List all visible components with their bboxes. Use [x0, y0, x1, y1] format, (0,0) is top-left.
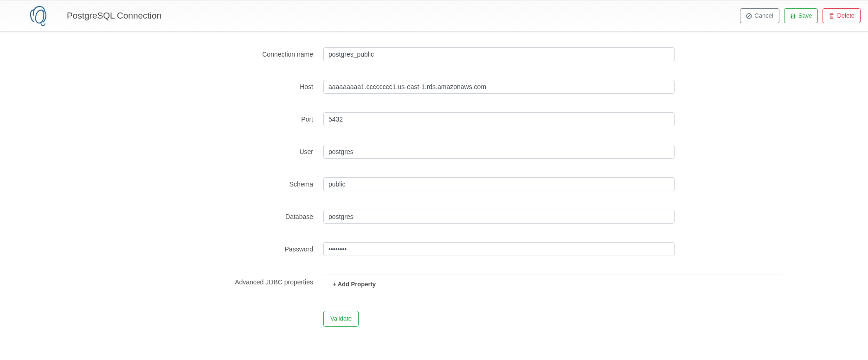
advanced-section: Advanced JDBC properties + Add Property: [85, 275, 783, 288]
save-button-label: Save: [798, 11, 812, 20]
svg-point-1: [42, 12, 43, 13]
port-row: Port: [85, 112, 783, 126]
password-label: Password: [85, 245, 323, 253]
page-title: PostgreSQL Connection: [67, 11, 161, 21]
port-label: Port: [85, 116, 323, 123]
schema-label: Schema: [85, 180, 323, 188]
page-header: PostgreSQL Connection Cancel Save: [0, 0, 868, 32]
user-input[interactable]: [323, 145, 675, 159]
advanced-content: + Add Property: [323, 275, 783, 288]
postgresql-logo-icon: [27, 4, 50, 27]
save-icon: [790, 13, 796, 19]
host-label: Host: [85, 83, 323, 90]
save-button[interactable]: Save: [784, 8, 818, 23]
svg-line-3: [748, 14, 751, 18]
database-row: Database: [85, 210, 783, 224]
header-actions: Cancel Save Delete: [740, 8, 861, 23]
port-input[interactable]: [323, 112, 675, 126]
password-row: Password: [85, 242, 783, 256]
delete-button-label: Delete: [837, 11, 855, 20]
host-input[interactable]: [323, 80, 675, 94]
schema-row: Schema: [85, 177, 783, 191]
delete-button[interactable]: Delete: [823, 8, 861, 23]
connection-name-label: Connection name: [85, 51, 323, 58]
user-row: User: [85, 145, 783, 159]
trash-icon: [829, 13, 835, 19]
cancel-icon: [746, 13, 752, 19]
add-property-button[interactable]: + Add Property: [323, 281, 783, 288]
content-area: Connection name Host Port User Schema: [0, 38, 868, 327]
validate-row: Validate: [85, 311, 783, 327]
database-input[interactable]: [323, 210, 675, 224]
schema-input[interactable]: [323, 177, 675, 191]
database-label: Database: [85, 213, 323, 220]
connection-name-input[interactable]: [323, 47, 675, 61]
cancel-button-label: Cancel: [754, 11, 773, 20]
svg-point-0: [37, 12, 38, 13]
form-container: Connection name Host Port User Schema: [78, 47, 790, 327]
user-label: User: [85, 148, 323, 155]
advanced-label: Advanced JDBC properties: [85, 275, 323, 288]
cancel-button[interactable]: Cancel: [740, 8, 779, 23]
password-input[interactable]: [323, 242, 675, 256]
header-left: PostgreSQL Connection: [7, 4, 161, 27]
host-row: Host: [85, 80, 783, 94]
connection-name-row: Connection name: [85, 47, 783, 61]
validate-button[interactable]: Validate: [323, 311, 359, 327]
